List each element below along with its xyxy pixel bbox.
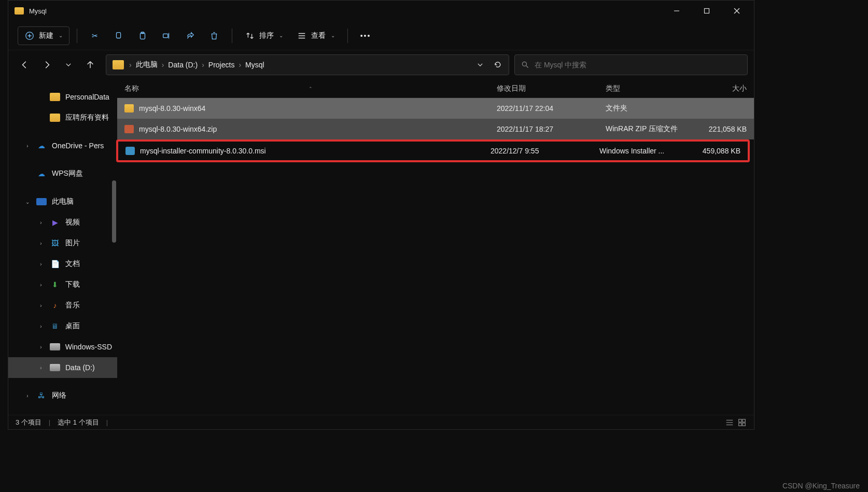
chevron-right-icon: ›	[37, 240, 45, 247]
thumbnails-view-button[interactable]	[737, 418, 747, 427]
sidebar-item-label: 视频	[65, 218, 80, 227]
sidebar-item-label: PersonalData	[65, 93, 109, 101]
sidebar: PersonalData应聘所有资料›☁OneDrive - Pers☁WPS网…	[8, 79, 117, 415]
file-row[interactable]: mysql-installer-community-8.0.30.0.msi20…	[116, 139, 750, 162]
chevron-right-icon: ›	[37, 281, 45, 288]
chevron-down-icon: ⌄	[331, 33, 335, 38]
file-type: Windows Installer ...	[592, 147, 685, 155]
details-view-button[interactable]	[725, 418, 734, 427]
sidebar-item-label: Windows-SSD	[65, 343, 112, 351]
more-button[interactable]: •••	[355, 26, 376, 45]
search-box[interactable]	[514, 54, 748, 75]
file-type: WinRAR ZIP 压缩文件	[598, 124, 692, 134]
scissors-icon: ✂	[90, 31, 100, 41]
status-selected: 选中 1 个项目	[58, 418, 99, 427]
scrollbar-thumb[interactable]	[112, 180, 116, 243]
watermark: CSDN @King_Treasure	[782, 482, 860, 490]
sidebar-item[interactable]: ☁WPS网盘	[8, 163, 117, 184]
path-dropdown-button[interactable]	[472, 54, 488, 75]
file-list: 名称⌃ 修改日期 类型 大小 mysql-8.0.30-winx642022/1…	[117, 79, 754, 415]
view-label: 查看	[311, 31, 326, 40]
refresh-button[interactable]	[490, 54, 506, 75]
address-bar[interactable]: › 此电脑 › Data (D:) › Projects › Mysql	[106, 54, 509, 75]
search-input[interactable]	[535, 61, 741, 69]
share-button[interactable]	[180, 26, 201, 45]
file-date: 2022/11/17 18:27	[489, 125, 598, 133]
folder-icon	[124, 104, 134, 113]
chevron-right-icon: ›	[160, 61, 166, 69]
file-date: 2022/12/7 9:55	[483, 147, 592, 155]
sidebar-item[interactable]: ›⬇下载	[8, 274, 117, 295]
chevron-down-icon: ⌄	[279, 33, 283, 38]
sidebar-item[interactable]: PersonalData	[8, 87, 117, 107]
chevron-right-icon: ›	[24, 142, 31, 149]
svg-rect-22	[739, 423, 741, 425]
sidebar-item[interactable]: ›🖼图片	[8, 233, 117, 254]
sidebar-item[interactable]: ›🖧网络	[8, 385, 117, 406]
folder-icon	[113, 60, 124, 69]
sidebar-item[interactable]: ›☁OneDrive - Pers	[8, 135, 117, 156]
chevron-right-icon: ›	[37, 219, 45, 226]
column-name[interactable]: 名称⌃	[117, 79, 489, 97]
breadcrumb-item[interactable]: Data (D:)	[166, 61, 200, 69]
new-button[interactable]: 新建 ⌄	[18, 26, 69, 45]
paste-button[interactable]	[132, 26, 153, 45]
recent-dropdown[interactable]	[58, 54, 79, 75]
sidebar-item[interactable]: ›📄文档	[8, 254, 117, 274]
file-row[interactable]: mysql-8.0.30-winx64.zip2022/11/17 18:27W…	[117, 119, 754, 139]
file-row[interactable]: mysql-8.0.30-winx642022/11/17 22:04文件夹	[117, 98, 754, 119]
sort-button[interactable]: 排序 ⌄	[240, 26, 288, 45]
cut-button[interactable]: ✂	[85, 26, 105, 45]
navbar: › 此电脑 › Data (D:) › Projects › Mysql	[8, 50, 754, 79]
close-button[interactable]	[722, 1, 752, 21]
sidebar-item-label: 文档	[65, 259, 80, 269]
breadcrumb-item[interactable]: Mysql	[243, 61, 267, 69]
sidebar-item[interactable]: ›♪音乐	[8, 295, 117, 316]
breadcrumb-item[interactable]: Projects	[206, 61, 237, 69]
back-button[interactable]	[15, 54, 35, 75]
minimize-button[interactable]	[662, 1, 692, 21]
file-size: 459,088 KB	[685, 147, 748, 155]
titlebar: Mysql	[8, 1, 754, 21]
rename-button[interactable]	[156, 26, 177, 45]
column-type[interactable]: 类型	[598, 79, 692, 97]
column-date[interactable]: 修改日期	[489, 79, 598, 97]
window-icon	[15, 7, 24, 15]
chevron-right-icon: ›	[127, 61, 134, 69]
up-button[interactable]	[80, 54, 101, 75]
sidebar-item[interactable]: ›🖥桌面	[8, 316, 117, 336]
sidebar-item-label: 下载	[65, 280, 80, 289]
sidebar-item[interactable]: 应聘所有资料	[8, 107, 117, 128]
sidebar-item[interactable]: ›Windows-SSD	[8, 336, 117, 357]
delete-button[interactable]	[204, 26, 225, 45]
chevron-right-icon: ›	[37, 260, 45, 268]
sidebar-item[interactable]: ›▶视频	[8, 212, 117, 233]
search-icon	[521, 61, 529, 69]
sidebar-item-label: 桌面	[65, 321, 80, 331]
maximize-button[interactable]	[692, 1, 722, 21]
chevron-right-icon: ›	[37, 364, 45, 371]
sidebar-item-label: 图片	[65, 238, 80, 248]
sidebar-item-label: 此电脑	[52, 197, 74, 206]
svg-rect-21	[743, 419, 745, 421]
sidebar-item[interactable]: ›Data (D:)	[8, 357, 117, 378]
chevron-right-icon: ›	[24, 392, 31, 399]
forward-button[interactable]	[36, 54, 57, 75]
column-headers: 名称⌃ 修改日期 类型 大小	[117, 79, 754, 98]
svg-rect-20	[739, 419, 741, 421]
sidebar-item-label: 音乐	[65, 301, 80, 310]
statusbar: 3 个项目 | 选中 1 个项目 |	[8, 415, 754, 429]
view-button[interactable]: 查看 ⌄	[291, 26, 340, 45]
copy-button[interactable]	[108, 26, 129, 45]
share-icon	[185, 31, 195, 41]
breadcrumb-item[interactable]: 此电脑	[134, 60, 160, 69]
column-size[interactable]: 大小	[692, 79, 754, 97]
trash-icon	[209, 31, 219, 41]
sidebar-item[interactable]: ⌄此电脑	[8, 191, 117, 212]
file-type: 文件夹	[598, 104, 692, 113]
chevron-right-icon: ›	[236, 61, 243, 69]
sidebar-item-label: 应聘所有资料	[65, 113, 109, 122]
file-name: mysql-8.0.30-winx64.zip	[139, 125, 217, 133]
more-icon: •••	[360, 31, 371, 41]
window-title: Mysql	[29, 7, 47, 15]
